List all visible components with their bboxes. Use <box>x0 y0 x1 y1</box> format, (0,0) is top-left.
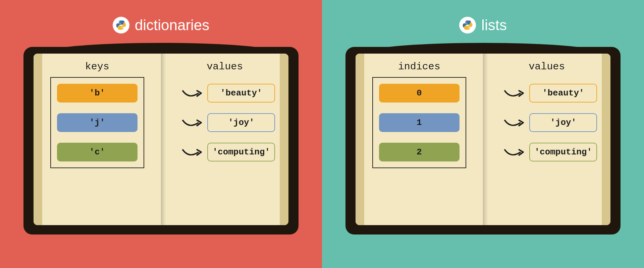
python-logo-icon <box>459 17 476 34</box>
arrow-icon <box>503 116 527 129</box>
value-row: 'computing' <box>503 143 597 161</box>
values-header: values <box>207 61 243 72</box>
values-col: 'beauty' 'joy' 'comp <box>181 77 275 168</box>
lists-book: indices 0 1 2 values 'beauty' <box>345 47 621 234</box>
dictionaries-title-text: dictionaries <box>135 17 210 34</box>
key-chip: 'j' <box>57 113 138 132</box>
python-logo-icon <box>113 17 129 34</box>
indices-box: 0 1 2 <box>372 77 466 168</box>
lists-panel: lists indices 0 1 2 values <box>322 0 644 268</box>
keys-page: keys 'b' 'j' 'c' <box>34 54 161 225</box>
index-chip: 2 <box>379 143 460 161</box>
svg-point-3 <box>469 28 470 29</box>
arrow-icon <box>181 86 205 100</box>
values-page: values 'beauty' 'joy' <box>483 54 611 225</box>
values-page: values 'beauty' 'joy' <box>161 54 289 225</box>
value-row: 'beauty' <box>181 84 275 103</box>
value-chip: 'beauty' <box>207 84 275 103</box>
keys-box: 'b' 'j' 'c' <box>50 77 144 168</box>
keys-header: keys <box>85 61 109 72</box>
key-chip: 'b' <box>57 84 138 103</box>
book-pages: indices 0 1 2 values 'beauty' <box>356 54 610 225</box>
arrow-icon <box>503 86 527 100</box>
value-chip: 'beauty' <box>529 84 597 103</box>
lists-title-text: lists <box>481 17 507 34</box>
arrow-icon <box>181 116 205 129</box>
dictionaries-title: dictionaries <box>113 17 210 34</box>
arrow-icon <box>503 145 527 159</box>
svg-point-0 <box>119 21 120 22</box>
value-chip: 'computing' <box>207 143 275 161</box>
value-row: 'joy' <box>503 113 597 132</box>
dictionaries-panel: dictionaries keys 'b' 'j' 'c' values <box>0 0 322 268</box>
value-row: 'joy' <box>181 113 275 132</box>
value-chip: 'joy' <box>529 113 597 132</box>
indices-header: indices <box>398 61 440 72</box>
indices-page: indices 0 1 2 <box>356 54 483 225</box>
dictionaries-book: keys 'b' 'j' 'c' values 'beauty' <box>23 47 299 234</box>
svg-point-2 <box>466 21 467 22</box>
values-col: 'beauty' 'joy' 'comp <box>503 77 597 168</box>
value-row: 'beauty' <box>503 84 597 103</box>
values-header: values <box>529 61 565 72</box>
arrow-icon <box>181 145 205 159</box>
value-chip: 'computing' <box>529 143 597 161</box>
lists-title: lists <box>459 17 507 34</box>
index-chip: 0 <box>379 84 460 103</box>
svg-point-1 <box>122 28 123 29</box>
key-chip: 'c' <box>57 143 138 161</box>
value-chip: 'joy' <box>207 113 275 132</box>
index-chip: 1 <box>379 113 460 132</box>
value-row: 'computing' <box>181 143 275 161</box>
book-pages: keys 'b' 'j' 'c' values 'beauty' <box>34 54 288 225</box>
